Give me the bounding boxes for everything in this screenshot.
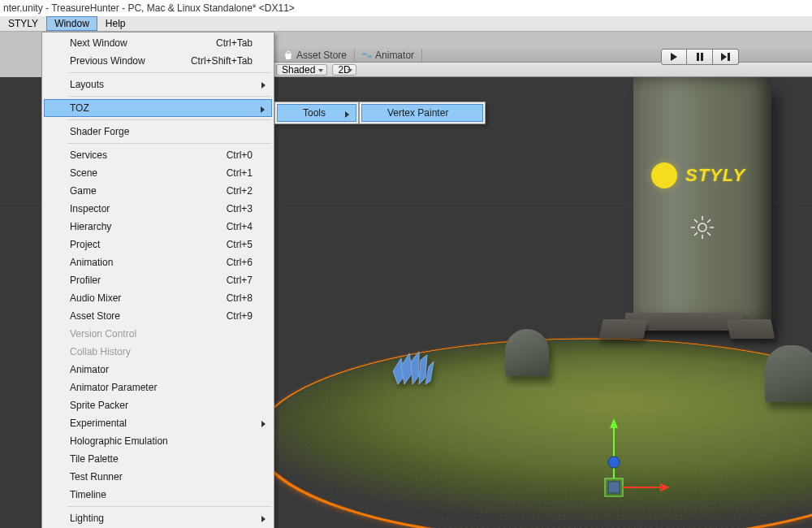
menu-item-game[interactable]: GameCtrl+2 — [44, 182, 272, 200]
menu-item-profiler[interactable]: ProfilerCtrl+7 — [44, 271, 272, 289]
menu-shortcut: Ctrl+4 — [227, 221, 253, 232]
menu-shortcut: Ctrl+6 — [227, 257, 253, 268]
svg-rect-22 — [608, 482, 620, 493]
transform-gizmo[interactable] — [589, 418, 670, 510]
play-button[interactable] — [661, 49, 687, 65]
svg-marker-17 — [401, 353, 412, 384]
svg-rect-5 — [362, 53, 366, 55]
svg-marker-3 — [721, 53, 727, 61]
window-title: nter.unity - TreasureHunter - PC, Mac & … — [0, 0, 812, 16]
menu-item-lighting[interactable]: Lighting — [44, 509, 272, 527]
menu-item-layouts[interactable]: Layouts — [44, 76, 272, 93]
svg-rect-1 — [697, 53, 699, 61]
menu-shortcut: Ctrl+7 — [227, 275, 253, 286]
menu-item-previous-window[interactable]: Previous WindowCtrl+Shift+Tab — [44, 52, 272, 70]
menu-styly[interactable]: STYLY — [0, 16, 46, 31]
menu-item-holographic-emulation[interactable]: Holographic Emulation — [44, 432, 272, 450]
menu-shortcut: Ctrl+1 — [227, 167, 253, 179]
menu-shortcut: Ctrl+2 — [227, 185, 253, 197]
menu-shortcut: Ctrl+5 — [227, 239, 253, 250]
menu-item-audio-mixer[interactable]: Audio MixerCtrl+8 — [44, 289, 272, 307]
svg-point-27 — [608, 457, 620, 468]
svg-marker-26 — [660, 483, 670, 491]
menu-shortcut: Ctrl+3 — [227, 203, 253, 214]
bag-icon — [283, 50, 293, 60]
step-icon — [721, 53, 731, 61]
menu-item-tools[interactable]: Tools — [277, 104, 356, 122]
logo-dot — [651, 162, 677, 188]
tab-animator[interactable]: Animator — [355, 49, 422, 62]
mode-2d-toggle[interactable]: 2D — [332, 64, 356, 76]
menu-item-toz[interactable]: TOZ — [44, 99, 272, 117]
window-menu: Next WindowCtrl+TabPrevious WindowCtrl+S… — [41, 32, 274, 528]
scene-tombstone — [765, 345, 812, 402]
submenu-arrow-icon — [261, 106, 265, 113]
menu-shortcut: Ctrl+8 — [227, 292, 253, 304]
pause-icon — [696, 53, 704, 61]
menu-separator — [68, 119, 271, 120]
menu-item-sprite-packer[interactable]: Sprite Packer — [44, 396, 272, 414]
menu-item-collab-history: Collab History — [44, 343, 272, 361]
svg-line-14 — [707, 219, 710, 223]
svg-line-15 — [694, 232, 698, 236]
menu-shortcut: Ctrl+Tab — [216, 37, 253, 49]
shading-dropdown[interactable]: Shaded — [276, 64, 327, 76]
menu-item-version-control: Version Control — [44, 325, 272, 343]
menu-item-animator[interactable]: Animator — [44, 361, 272, 379]
menu-item-tile-palette[interactable]: Tile Palette — [44, 450, 272, 468]
menu-item-vertex-painter[interactable]: Vertex Painter — [361, 104, 483, 122]
submenu-arrow-icon — [261, 82, 266, 89]
step-button[interactable] — [713, 49, 739, 65]
menu-item-asset-store[interactable]: Asset StoreCtrl+9 — [44, 307, 272, 325]
menu-item-animator-parameter[interactable]: Animator Parameter — [44, 379, 272, 396]
svg-point-7 — [698, 223, 706, 232]
svg-marker-24 — [610, 418, 618, 428]
menu-help[interactable]: Help — [97, 16, 134, 31]
sun-icon — [690, 215, 715, 240]
menu-item-project[interactable]: ProjectCtrl+5 — [44, 236, 272, 253]
scene-tombstone — [505, 329, 549, 376]
menu-item-hierarchy[interactable]: HierarchyCtrl+4 — [44, 218, 272, 236]
menu-item-experimental[interactable]: Experimental — [44, 414, 272, 432]
svg-marker-18 — [411, 352, 419, 384]
tab-asset-store[interactable]: Asset Store — [276, 49, 355, 62]
svg-rect-6 — [368, 55, 372, 58]
menu-bar: STYLYWindowHelp — [0, 16, 812, 32]
pause-button[interactable] — [687, 49, 713, 65]
menu-item-shader-forge[interactable]: Shader Forge — [44, 123, 272, 141]
submenu-arrow-icon — [261, 421, 266, 427]
svg-rect-2 — [701, 53, 703, 61]
animator-icon — [362, 50, 372, 60]
menu-item-services[interactable]: ServicesCtrl+0 — [44, 146, 272, 164]
scene-bench — [726, 319, 775, 339]
tab-label: Animator — [375, 50, 414, 61]
svg-line-12 — [694, 219, 698, 223]
scene-crystal — [390, 352, 438, 390]
menu-shortcut: Ctrl+Shift+Tab — [191, 55, 253, 67]
menu-item-next-window[interactable]: Next WindowCtrl+Tab — [44, 34, 272, 52]
menu-item-test-runner[interactable]: Test Runner — [44, 468, 272, 486]
submenu-arrow-icon — [345, 111, 349, 118]
menu-window[interactable]: Window — [46, 16, 97, 31]
svg-rect-4 — [728, 53, 730, 61]
menu-item-scene[interactable]: SceneCtrl+1 — [44, 164, 272, 182]
menu-separator — [68, 96, 271, 97]
menu-item-inspector[interactable]: InspectorCtrl+3 — [44, 200, 272, 218]
submenu-arrow-icon — [261, 516, 266, 522]
playback-controls — [661, 49, 739, 65]
tab-label: Asset Store — [296, 50, 347, 61]
scene-bench — [598, 319, 647, 339]
menu-item-timeline[interactable]: Timeline — [44, 486, 272, 504]
toz-submenu: Tools — [274, 102, 359, 124]
menu-item-animation[interactable]: AnimationCtrl+6 — [44, 253, 272, 271]
svg-marker-0 — [671, 53, 677, 61]
play-icon — [670, 53, 678, 61]
svg-line-13 — [707, 232, 710, 236]
menu-separator — [68, 143, 271, 144]
tools-submenu: Vertex Painter — [359, 102, 486, 124]
menu-shortcut: Ctrl+9 — [227, 310, 253, 322]
scene-monolith: STYLY — [633, 77, 771, 321]
logo-text: STYLY — [685, 165, 745, 186]
menu-separator — [68, 72, 271, 73]
menu-separator — [68, 506, 271, 507]
